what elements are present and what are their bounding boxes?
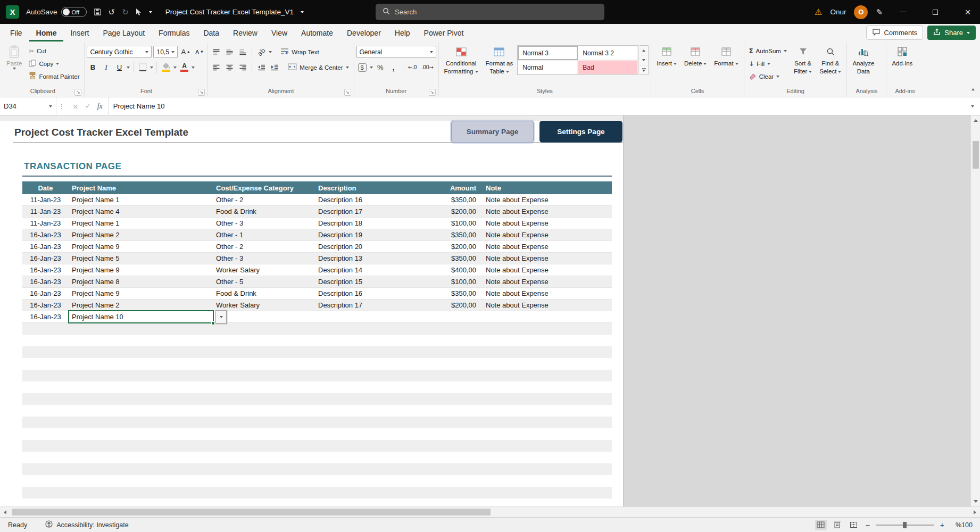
table-cell[interactable]: [438, 311, 480, 322]
excel-logo-icon[interactable]: X: [6, 5, 19, 19]
format-chevron-icon[interactable]: [735, 63, 738, 65]
table-cell[interactable]: $200,00: [438, 241, 480, 252]
zoom-level[interactable]: %100: [950, 521, 973, 529]
table-cell[interactable]: Worker Salary: [213, 264, 315, 276]
table-cell[interactable]: $100,00: [438, 276, 480, 287]
fill-chevron-icon[interactable]: [767, 63, 770, 65]
align-center-icon[interactable]: [223, 61, 235, 73]
table-cell[interactable]: Note about Expense: [480, 194, 612, 205]
table-cell[interactable]: Project Name 8: [69, 276, 213, 287]
empty-row[interactable]: [22, 346, 612, 358]
table-cell[interactable]: Project Name 1: [69, 218, 213, 229]
style-bad[interactable]: Bad: [578, 60, 638, 74]
fill-color-chevron-icon[interactable]: [173, 66, 177, 69]
conditional-formatting-button[interactable]: Conditional Formatting: [441, 43, 481, 76]
table-cell[interactable]: Note about Expense: [480, 229, 612, 240]
table-cell[interactable]: $350,00: [438, 194, 480, 205]
share-button[interactable]: Share: [927, 26, 976, 40]
vertical-scrollbar[interactable]: [970, 115, 980, 506]
alignment-dialog-launcher[interactable]: ↘: [344, 89, 351, 96]
table-cell[interactable]: Description 20: [315, 241, 438, 252]
borders-chevron-icon[interactable]: [150, 66, 153, 69]
clear-button[interactable]: Clear: [746, 70, 790, 82]
delete-chevron-icon[interactable]: [703, 63, 707, 65]
decrease-indent-icon[interactable]: [255, 61, 267, 73]
table-cell[interactable]: Other - 5: [213, 276, 315, 287]
tab-insert[interactable]: Insert: [63, 24, 96, 41]
zoom-out-button[interactable]: −: [865, 521, 871, 529]
format-painter-button[interactable]: Format Painter: [26, 70, 82, 82]
empty-row[interactable]: [22, 323, 612, 335]
horizontal-scrollbar[interactable]: [0, 506, 980, 517]
table-cell[interactable]: $200,00: [438, 300, 480, 311]
empty-row[interactable]: [22, 393, 612, 405]
table-cell[interactable]: Food & Drink: [213, 288, 315, 299]
table-cell[interactable]: Other - 3: [213, 253, 315, 264]
comma-style-button[interactable]: ,: [388, 61, 400, 73]
search-box[interactable]: Search: [376, 4, 604, 20]
cut-button[interactable]: ✂ Cut: [26, 45, 82, 57]
fill-color-button[interactable]: [160, 61, 172, 73]
table-cell[interactable]: Description 13: [315, 253, 438, 264]
clipboard-dialog-launcher[interactable]: ↘: [74, 89, 81, 96]
table-cell[interactable]: 16-Jan-23: [22, 229, 69, 240]
analyze-data-button[interactable]: Analyze Data: [849, 43, 877, 76]
find-select-button[interactable]: Find & Select: [816, 43, 844, 76]
minimize-button[interactable]: [891, 0, 915, 24]
table-cell[interactable]: Note about Expense: [480, 300, 612, 311]
number-dialog-launcher[interactable]: ↘: [429, 89, 436, 96]
table-cell[interactable]: Note about Expense: [480, 218, 612, 229]
style-normal-3[interactable]: Normal 3: [518, 46, 578, 60]
tab-help[interactable]: Help: [388, 24, 417, 41]
empty-row[interactable]: [22, 463, 612, 475]
table-cell[interactable]: Project Name 2: [69, 229, 213, 240]
zoom-thumb[interactable]: [903, 522, 907, 528]
table-cell[interactable]: Project Name 5: [69, 253, 213, 264]
table-cell[interactable]: Description 17: [315, 300, 438, 311]
table-cell[interactable]: Other - 2: [213, 194, 315, 205]
empty-row[interactable]: [22, 358, 612, 370]
table-cell[interactable]: $350,00: [438, 229, 480, 240]
table-cell[interactable]: Note about Expense: [480, 241, 612, 252]
underline-button[interactable]: U: [113, 61, 125, 73]
scroll-left-icon[interactable]: [4, 510, 6, 514]
table-cell[interactable]: Description 14: [315, 264, 438, 276]
increase-font-size-button[interactable]: A▲: [179, 46, 192, 58]
empty-row[interactable]: [22, 405, 612, 417]
copy-button[interactable]: Copy: [26, 57, 82, 70]
accounting-format-button[interactable]: $: [356, 61, 368, 73]
increase-decimal-button[interactable]: ←.0: [406, 61, 418, 73]
maximize-button[interactable]: [923, 0, 948, 24]
table-cell[interactable]: 16-Jan-23: [22, 276, 69, 287]
align-left-icon[interactable]: [210, 61, 222, 73]
tab-data[interactable]: Data: [196, 24, 226, 41]
percent-style-button[interactable]: %: [375, 61, 386, 73]
borders-button[interactable]: [137, 61, 148, 73]
empty-row[interactable]: [22, 475, 612, 487]
header-date[interactable]: Date: [22, 181, 69, 194]
table-cell[interactable]: Project Name 9: [69, 288, 213, 299]
table-cell[interactable]: Worker Salary: [213, 300, 315, 311]
underline-chevron-icon[interactable]: [127, 66, 130, 69]
table-cell[interactable]: Description 16: [315, 194, 438, 205]
empty-row[interactable]: [22, 498, 612, 506]
fill-handle[interactable]: [211, 321, 215, 325]
tab-developer[interactable]: Developer: [340, 24, 388, 41]
table-cell[interactable]: 11-Jan-23: [22, 194, 69, 205]
header-project-name[interactable]: Project Name: [69, 181, 213, 194]
table-cell[interactable]: 16-Jan-23: [22, 264, 69, 276]
table-cell[interactable]: Other - 1: [213, 229, 315, 240]
table-cell[interactable]: 16-Jan-23: [22, 288, 69, 299]
empty-row[interactable]: [22, 370, 612, 381]
page-layout-view-button[interactable]: [832, 520, 843, 530]
align-top-icon[interactable]: [210, 46, 222, 58]
share-chevron-icon[interactable]: [967, 32, 970, 34]
autosave-pill[interactable]: Off: [61, 7, 87, 17]
gallery-more-button[interactable]: [640, 65, 648, 74]
conditional-formatting-chevron-icon[interactable]: [475, 71, 478, 73]
table-cell[interactable]: 11-Jan-23: [22, 218, 69, 229]
save-icon[interactable]: [94, 8, 102, 16]
font-color-button[interactable]: A: [178, 61, 190, 73]
find-select-chevron-icon[interactable]: [838, 71, 841, 73]
tab-view[interactable]: View: [264, 24, 294, 41]
